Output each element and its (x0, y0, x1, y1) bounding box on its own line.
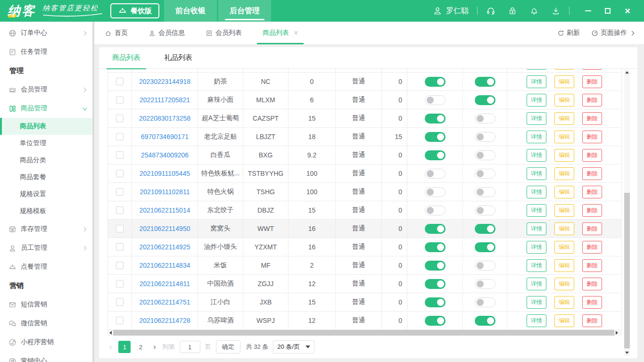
refresh-action[interactable]: 刷新 (557, 29, 580, 37)
sidebar-item-goods-manage[interactable]: 商品管理 (0, 99, 94, 118)
product-code-link[interactable]: 20210622114950 (140, 225, 190, 232)
sidebar-item-task-manage[interactable]: 任务管理 (0, 42, 94, 61)
sidebar-item-order-center[interactable]: 订单中心 (0, 24, 94, 42)
sidebar-item-unit-manage[interactable]: 单位管理 (0, 135, 94, 152)
row-checkbox[interactable] (116, 243, 124, 251)
delete-button[interactable]: 删除 (582, 112, 602, 125)
delete-button[interactable]: 删除 (582, 278, 602, 290)
recommend-toggle[interactable] (475, 187, 495, 197)
recommend-toggle[interactable] (475, 150, 495, 160)
recommend-toggle[interactable] (475, 279, 495, 289)
on-sale-toggle[interactable] (425, 224, 446, 234)
on-sale-toggle[interactable] (425, 114, 446, 123)
delete-button[interactable]: 删除 (582, 204, 602, 217)
row-checkbox[interactable] (116, 170, 124, 177)
row-checkbox[interactable] (116, 188, 124, 196)
row-checkbox[interactable] (116, 133, 124, 140)
detail-button[interactable]: 详情 (527, 241, 546, 254)
sidebar-item-miniapp-marketing[interactable]: 小程序营销 (0, 333, 94, 352)
product-code-link[interactable]: 20210622114834 (140, 262, 190, 269)
delete-button[interactable]: 删除 (582, 241, 602, 254)
detail-button[interactable]: 详情 (527, 112, 546, 125)
sidebar-item-spec-setting[interactable]: 规格设置 (0, 186, 94, 203)
recommend-toggle[interactable] (475, 114, 495, 123)
row-checkbox[interactable] (116, 151, 124, 159)
tab-member-list[interactable]: 会员列表 (206, 22, 242, 44)
detail-button[interactable]: 详情 (527, 75, 546, 88)
sidebar-item-spec-template[interactable]: 规格模板 (0, 203, 94, 220)
edit-button[interactable]: 编辑 (554, 75, 574, 88)
on-sale-toggle[interactable] (425, 279, 446, 289)
page-size-select[interactable]: 20 条/页 (273, 340, 314, 354)
detail-button[interactable]: 详情 (527, 204, 546, 217)
delete-button[interactable]: 删除 (582, 75, 602, 88)
tab-product-list[interactable]: 商品列表 × (263, 22, 298, 44)
on-sale-toggle[interactable] (425, 169, 446, 179)
delete-button[interactable]: 删除 (582, 259, 602, 272)
sidebar-item-goods-list[interactable]: 商品列表 (0, 118, 94, 135)
sidebar-item-goods-category[interactable]: 商品分类 (0, 152, 94, 169)
detail-button[interactable]: 详情 (527, 186, 546, 198)
product-code-link[interactable]: 20220830173258 (139, 115, 190, 122)
product-code-link[interactable]: 20210911102811 (140, 188, 190, 196)
delete-button[interactable]: 删除 (582, 314, 602, 327)
on-sale-toggle[interactable] (425, 316, 446, 326)
page-button-1[interactable]: 1 (118, 341, 131, 353)
delete-button[interactable]: 删除 (582, 69, 602, 70)
topnav-front-cashier[interactable]: 前台收银 (164, 0, 217, 22)
horizontal-scroll-thumb[interactable] (113, 330, 614, 336)
product-code-link[interactable]: 20230223144918 (139, 78, 190, 85)
product-code-link[interactable]: 20210911105445 (140, 170, 190, 177)
confirm-button[interactable]: 确定 (216, 340, 240, 354)
product-code-link[interactable]: 20210622114811 (140, 280, 190, 288)
sidebar-item-inventory-manage[interactable]: 库存管理 (0, 220, 94, 239)
sidebar-item-goods-combo[interactable]: 商品套餐 (0, 169, 94, 186)
sidebar-item-marketing-center[interactable]: 营销中心 (0, 352, 94, 362)
detail-button[interactable]: 详情 (527, 222, 546, 235)
on-sale-toggle[interactable] (425, 132, 446, 142)
delete-button[interactable]: 删除 (582, 296, 602, 309)
edit-button[interactable]: 编辑 (554, 241, 574, 254)
detail-button[interactable]: 详情 (527, 149, 546, 162)
row-checkbox[interactable] (116, 115, 124, 122)
detail-button[interactable]: 详情 (527, 259, 546, 272)
recommend-toggle[interactable] (475, 206, 495, 215)
detail-button[interactable]: 详情 (527, 131, 546, 143)
close-tab-icon[interactable]: × (294, 29, 298, 37)
row-checkbox[interactable] (116, 96, 124, 104)
on-sale-toggle[interactable] (425, 95, 446, 105)
maximize-button[interactable] (598, 0, 618, 22)
on-sale-toggle[interactable] (425, 297, 446, 307)
on-sale-toggle[interactable] (425, 187, 446, 197)
edit-button[interactable]: 编辑 (554, 314, 574, 327)
edit-button[interactable]: 编辑 (554, 204, 574, 217)
sidebar-item-ordering-manage[interactable]: 点餐管理 (0, 257, 94, 276)
topnav-backstage-manage[interactable]: 后台管理 (218, 0, 271, 22)
delete-button[interactable]: 删除 (582, 149, 602, 162)
scroll-left-arrow-icon[interactable] (107, 330, 113, 336)
close-button[interactable]: × (618, 0, 637, 22)
minimize-button[interactable] (578, 0, 598, 22)
detail-button[interactable]: 详情 (527, 94, 546, 107)
row-checkbox[interactable] (116, 78, 124, 85)
on-sale-toggle[interactable] (425, 150, 446, 160)
edit-button[interactable]: 编辑 (554, 69, 574, 70)
edit-button[interactable]: 编辑 (554, 149, 574, 162)
bell-icon[interactable] (529, 6, 539, 16)
recommend-toggle[interactable] (475, 169, 495, 179)
delete-button[interactable]: 删除 (582, 131, 602, 143)
row-checkbox[interactable] (116, 317, 124, 324)
tab-member-info[interactable]: 会员信息 (149, 22, 185, 44)
recommend-toggle[interactable] (475, 77, 495, 87)
sidebar-item-sms-marketing[interactable]: 短信营销 (0, 295, 94, 314)
page-button-2[interactable]: 2 (134, 341, 147, 353)
edit-button[interactable]: 编辑 (554, 94, 574, 107)
vertical-scrollbar[interactable] (624, 69, 630, 356)
edit-button[interactable]: 编辑 (554, 131, 574, 143)
delete-button[interactable]: 删除 (582, 222, 602, 235)
sidebar-item-member-manage[interactable]: 会员管理 (0, 80, 94, 99)
product-code-link[interactable]: 6970734690171 (141, 133, 189, 140)
sidebar-item-staff-manage[interactable]: 员工管理 (0, 239, 94, 257)
on-sale-toggle[interactable] (425, 77, 446, 87)
lock-icon[interactable] (508, 6, 517, 16)
